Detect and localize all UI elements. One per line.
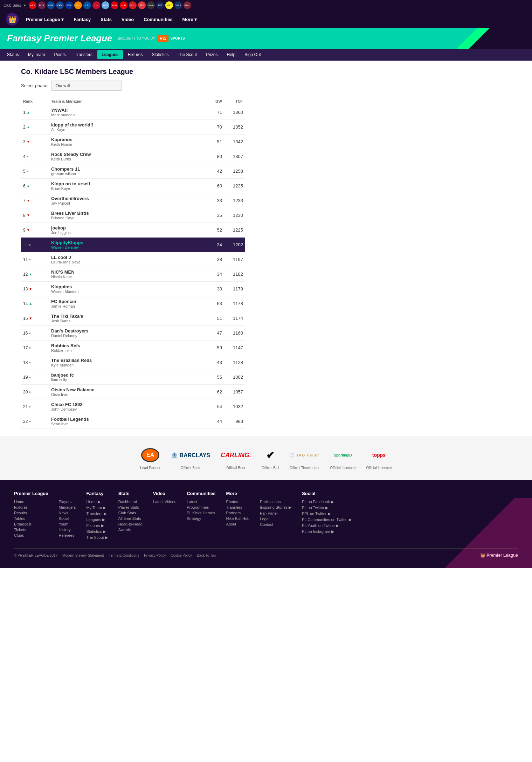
- footer-back-top[interactable]: Back To Top: [197, 554, 216, 557]
- nav-more[interactable]: More ▾: [178, 11, 202, 28]
- footer-link-pl-kicks[interactable]: PL Kicks Heroes: [187, 511, 215, 515]
- footer-link-contact[interactable]: Contact: [260, 522, 291, 527]
- club-icon-liv[interactable]: LIV: [92, 1, 100, 9]
- team-name[interactable]: banjoed fc: [51, 372, 201, 378]
- subnav-points[interactable]: Points: [50, 50, 70, 59]
- team-name[interactable]: FC Spencer: [51, 299, 201, 304]
- nav-stats[interactable]: Stats: [96, 11, 117, 28]
- footer-link-broadcast[interactable]: Broadcast: [14, 522, 48, 526]
- footer-link-player-stats[interactable]: Player Stats: [118, 505, 143, 509]
- club-icon-ars[interactable]: ARS: [29, 1, 36, 9]
- subnav-sign-out[interactable]: Sign Out: [240, 50, 265, 59]
- club-icon-che[interactable]: CHE: [47, 1, 55, 9]
- team-name[interactable]: The Tiki Taka's: [51, 314, 201, 319]
- team-name[interactable]: The Brazilian Reds: [51, 358, 201, 363]
- team-name[interactable]: LL cool J: [51, 255, 201, 260]
- team-name[interactable]: Chico FC 1892: [51, 402, 201, 407]
- footer-link-latest-videos[interactable]: Latest Videos: [153, 500, 176, 504]
- subnav-leagues[interactable]: Leagues: [97, 50, 123, 59]
- footer-link-latest[interactable]: Latest: [187, 500, 215, 504]
- footer-modern-slavery[interactable]: Modern Slavery Statement: [62, 554, 104, 557]
- team-name[interactable]: joekop: [51, 225, 201, 231]
- footer-link-programmes[interactable]: Programmes: [187, 505, 215, 509]
- footer-link-fantasy-fixtures[interactable]: Fixtures ▶: [86, 523, 108, 528]
- footer-link-fixtures[interactable]: Fixtures: [14, 505, 48, 509]
- team-name[interactable]: Kloppites: [51, 284, 201, 289]
- club-icon-wat[interactable]: WAT: [165, 1, 173, 9]
- footer-link-strategy[interactable]: Strategy: [187, 516, 215, 521]
- footer-link-managers[interactable]: Managers: [59, 505, 76, 509]
- team-name[interactable]: Rock Steady Crew: [51, 152, 201, 157]
- footer-link-fantasy-home[interactable]: Home ▶: [86, 500, 108, 504]
- footer-link-nike-ball-hub[interactable]: Nike Ball Hub: [226, 516, 250, 521]
- club-icon-eve[interactable]: EVE: [65, 1, 73, 9]
- club-icon-lei[interactable]: LEI: [83, 1, 91, 9]
- nav-premier-league[interactable]: Premier League ▾: [21, 11, 69, 28]
- footer-link-head-to-head[interactable]: Head-to-Head: [118, 522, 143, 526]
- footer-link-club-stats[interactable]: Club Stats: [118, 511, 143, 515]
- footer-link-results[interactable]: Results: [14, 511, 48, 515]
- club-icon-tot[interactable]: TOT: [156, 1, 164, 9]
- nav-fantasy[interactable]: Fantasy: [69, 11, 96, 28]
- footer-link-fantasy-transfers[interactable]: Transfers ▶: [86, 512, 108, 516]
- footer-link-awards[interactable]: Awards: [118, 528, 143, 532]
- footer-link-fan-panel[interactable]: Fan Panel: [260, 511, 291, 515]
- subnav-statistics[interactable]: Statistics: [147, 50, 173, 59]
- nav-communities[interactable]: Communities: [139, 11, 177, 28]
- footer-link-social[interactable]: Social: [59, 516, 76, 521]
- club-icon-wba[interactable]: WBA: [174, 1, 182, 9]
- club-icon-hul[interactable]: HUL: [74, 1, 82, 9]
- subnav-transfers[interactable]: Transfers: [71, 50, 97, 59]
- subnav-prizes[interactable]: Prizes: [202, 50, 222, 59]
- footer-link-publications[interactable]: Publications: [260, 500, 291, 504]
- team-name[interactable]: Klopp on to urself: [51, 181, 201, 186]
- footer-link-players[interactable]: Players: [59, 500, 76, 504]
- subnav-fixtures[interactable]: Fixtures: [124, 50, 147, 59]
- team-name[interactable]: klopp of the world!!: [51, 122, 201, 128]
- club-icon-mid[interactable]: MID: [120, 1, 127, 9]
- team-name[interactable]: Brees Liver Birds: [51, 211, 201, 216]
- team-name[interactable]: Oisins New Balance: [51, 387, 201, 392]
- team-name[interactable]: NIC'S MEN: [51, 269, 201, 275]
- footer-link-tables[interactable]: Tables: [14, 516, 48, 521]
- team-name[interactable]: Dan's Destroyers: [51, 328, 201, 334]
- footer-link-history[interactable]: History: [59, 528, 76, 532]
- footer-link-youth-twitter[interactable]: PL Youth on Twitter ▶: [302, 523, 352, 528]
- footer-link-tickets[interactable]: Tickets: [14, 528, 48, 532]
- footer-link-clubs[interactable]: Clubs: [14, 533, 48, 537]
- team-name[interactable]: Overthehillrovers: [51, 196, 201, 201]
- subnav-the-scout[interactable]: The Scout: [173, 50, 201, 59]
- club-icon-mci[interactable]: MCI: [102, 1, 109, 9]
- footer-link-youth[interactable]: Youth: [59, 522, 76, 526]
- footer-link-legal[interactable]: Legal: [260, 517, 291, 521]
- footer-link-transfers-more[interactable]: Transfers: [226, 505, 250, 509]
- footer-privacy[interactable]: Privacy Policy: [144, 554, 166, 557]
- team-name[interactable]: YNWA!!: [51, 108, 201, 113]
- footer-link-fpl-twitter[interactable]: FPL on Twitter ▶: [302, 512, 352, 516]
- team-name[interactable]: Robbies Refs: [51, 343, 201, 348]
- club-icon-whu[interactable]: WHU: [184, 1, 191, 9]
- footer-link-fantasy-scout[interactable]: The Scout ▶: [86, 535, 108, 540]
- footer-link-referees[interactable]: Referees: [59, 533, 76, 537]
- subnav-my-team[interactable]: My Team: [24, 50, 49, 59]
- footer-link-news[interactable]: News: [59, 511, 76, 515]
- club-icon-mun[interactable]: MUN: [111, 1, 118, 9]
- footer-link-alltime-stats[interactable]: All-time Stats: [118, 516, 143, 521]
- club-icon-swa[interactable]: SWA: [147, 1, 155, 9]
- footer-link-fantasy-leagues[interactable]: Leagues ▶: [86, 517, 108, 522]
- footer-link-home[interactable]: Home: [14, 500, 48, 504]
- subnav-status[interactable]: Status: [3, 50, 23, 59]
- footer-terms[interactable]: Terms & Conditions: [109, 554, 139, 557]
- nav-video[interactable]: Video: [117, 11, 139, 28]
- team-name[interactable]: Kopranos: [51, 137, 201, 142]
- phase-dropdown[interactable]: Overall: [51, 81, 122, 91]
- footer-cookie[interactable]: Cookie Policy: [171, 554, 192, 557]
- footer-link-partners[interactable]: Partners: [226, 511, 250, 515]
- footer-link-instagram[interactable]: PL on Instagram ▶: [302, 529, 352, 534]
- team-name[interactable]: Football Legends: [51, 417, 201, 422]
- club-icon-bur[interactable]: BUR: [38, 1, 46, 9]
- footer-link-about[interactable]: About: [226, 522, 250, 526]
- club-icon-sto[interactable]: STO: [138, 1, 146, 9]
- team-name[interactable]: Chompers 11: [51, 166, 201, 172]
- footer-link-communities-twitter[interactable]: PL Communities on Twitter ▶: [302, 517, 352, 522]
